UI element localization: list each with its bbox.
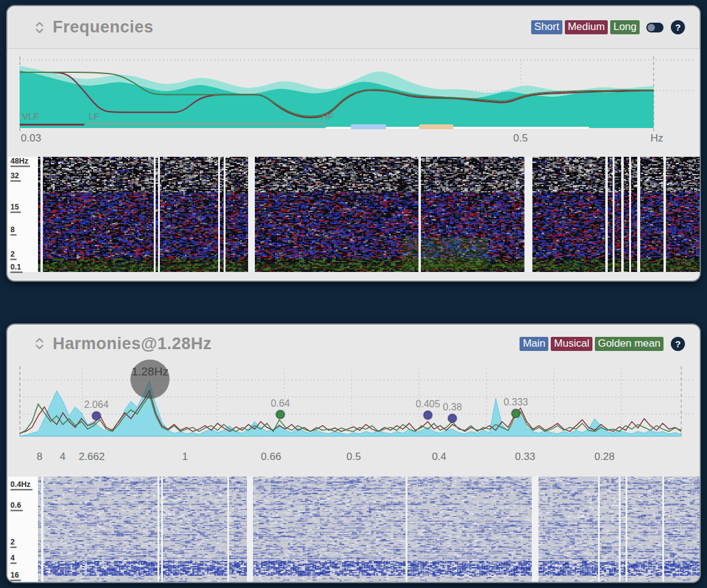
harmonies-title: Harmonies@1.28Hz xyxy=(53,334,211,353)
frequencies-legend: Short Medium Long ? xyxy=(531,20,685,34)
harmonic-dot-label: 0.333 xyxy=(504,397,528,407)
axis-tick-label: 15 xyxy=(10,202,21,213)
harmonic-dot[interactable] xyxy=(512,409,520,418)
legend-chip-musical[interactable]: Musical xyxy=(551,337,592,351)
axis-tick-label: 48Hz xyxy=(10,156,30,167)
axis-tick-label: 0.6 xyxy=(10,501,23,511)
axis-tick-label: 2 xyxy=(10,249,17,260)
frequencies-spectrogram-y-axis: 48Hz3215820.1 xyxy=(7,157,38,272)
axis-tick-label: 0.03 xyxy=(21,132,41,145)
harmonies-spectrogram: 0.4Hz0.62416 xyxy=(7,477,700,582)
legend-chip-golden-mean[interactable]: Golden mean xyxy=(595,337,664,351)
harmonies-header: Harmonies@1.28Hz Main Musical Golden mea… xyxy=(7,325,700,363)
axis-tick-label: 4 xyxy=(59,451,65,463)
harmonic-dot-label: 0.405 xyxy=(415,399,440,409)
band-underline-lf xyxy=(87,123,326,125)
blue-band-marker xyxy=(350,124,386,129)
legend-chip-short[interactable]: Short xyxy=(531,20,562,34)
axis-tick-label: 8 xyxy=(37,451,42,463)
harmonic-dot[interactable] xyxy=(276,410,285,419)
axis-tick-label: 0.33 xyxy=(515,451,535,463)
band-underline-vlf xyxy=(20,124,85,126)
help-button[interactable]: ? xyxy=(671,20,685,34)
band-label-lf: LF xyxy=(89,111,100,121)
harmonies-panel: Harmonies@1.28Hz Main Musical Golden mea… xyxy=(6,323,701,583)
band-label-hf: HF xyxy=(322,111,334,121)
band-label-vlf: VLF xyxy=(22,111,39,121)
harmonies-chart[interactable]: 1.28Hz2.0640.640.4050.380.333 xyxy=(20,366,696,452)
frequencies-chart[interactable]: VLFLFHF xyxy=(20,55,696,134)
axis-tick-label: 0.5 xyxy=(347,451,361,463)
harmonies-spectrogram-y-axis: 0.4Hz0.62416 xyxy=(7,477,38,582)
axis-tick-label: 0.1 xyxy=(10,263,23,273)
harmonies-x-axis: 842.66210.660.50.40.330.28 xyxy=(20,451,681,464)
axis-tick-label: 4 xyxy=(10,554,17,564)
frequencies-spectrogram-canvas[interactable] xyxy=(38,157,700,272)
axis-tick-label: 32 xyxy=(10,171,21,181)
axis-tick-label: 0.28 xyxy=(594,451,614,463)
legend-toggle[interactable] xyxy=(646,23,664,32)
frequencies-header: Frequencies Short Medium Long ? xyxy=(7,6,700,49)
axis-tick-label: 16 xyxy=(10,570,21,581)
frequencies-x-axis: 0.030.5Hz xyxy=(20,132,654,146)
axis-tick-label: 8 xyxy=(10,225,17,236)
axis-tick-label: 0.4Hz xyxy=(10,480,32,490)
axis-tick-label: 0.66 xyxy=(261,451,281,463)
collapse-chevrons-icon[interactable] xyxy=(35,21,44,34)
harmonic-dot-label: 0.64 xyxy=(271,398,290,409)
frequencies-panel: Frequencies Short Medium Long ? VLFLFHF … xyxy=(6,5,701,282)
legend-chip-long[interactable]: Long xyxy=(610,20,640,34)
frequencies-title: Frequencies xyxy=(53,18,154,37)
harmonic-dot-label: 2.064 xyxy=(84,399,108,410)
legend-chip-main[interactable]: Main xyxy=(520,337,548,351)
harmonies-legend: Main Musical Golden mean ? xyxy=(520,337,685,351)
axis-tick-label: 2 xyxy=(10,538,17,548)
harmonic-dot[interactable] xyxy=(448,414,456,423)
harmonies-spectrogram-canvas[interactable] xyxy=(38,477,700,582)
axis-tick-label: 0.4 xyxy=(432,451,447,463)
axis-tick-label: Hz xyxy=(651,132,664,145)
selected-peak-label: 1.28Hz xyxy=(132,365,168,378)
collapse-chevrons-icon[interactable] xyxy=(35,337,44,350)
harmonic-dot[interactable] xyxy=(92,412,100,420)
harmonic-dot[interactable] xyxy=(423,411,432,420)
frequencies-spectrogram: 48Hz3215820.1 xyxy=(7,157,700,272)
tan-band-marker xyxy=(419,124,453,129)
axis-tick-label: 2.662 xyxy=(78,451,105,463)
axis-tick-label: 0.5 xyxy=(513,132,528,145)
axis-tick-label: 1 xyxy=(182,451,187,463)
legend-chip-medium[interactable]: Medium xyxy=(565,20,608,34)
updown-chevron-icon xyxy=(35,337,44,350)
updown-chevron-icon xyxy=(35,21,44,34)
harmonic-dot-label: 0.38 xyxy=(443,402,462,412)
toggle-knob-icon xyxy=(648,24,655,31)
help-button[interactable]: ? xyxy=(671,337,685,351)
